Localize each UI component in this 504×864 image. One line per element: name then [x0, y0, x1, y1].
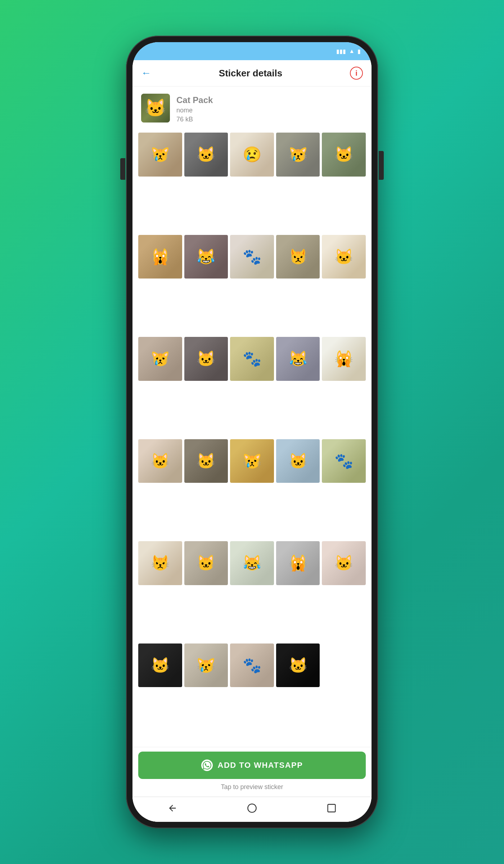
signal-icon: ▮▮▮	[336, 48, 346, 55]
battery-icon: ▮	[357, 48, 361, 55]
pack-icon	[141, 94, 170, 123]
sticker-item[interactable]: 🐱	[276, 643, 320, 687]
pack-header: Cat Pack nome 76 kB	[132, 86, 372, 129]
svg-point-0	[248, 804, 256, 812]
sticker-item[interactable]: 🐱	[322, 133, 366, 177]
phone-frame: ▮▮▮ ▲ ▮ ← Sticker details i Cat Pack nom…	[126, 36, 378, 828]
nav-home-button[interactable]	[243, 799, 261, 817]
sticker-item[interactable]: 😿	[138, 133, 182, 177]
sticker-item[interactable]: 😿	[184, 643, 228, 687]
whatsapp-icon	[201, 760, 213, 771]
sticker-item[interactable]: 🐾	[230, 337, 274, 381]
sticker-item[interactable]: 🐾	[230, 643, 274, 687]
sticker-item[interactable]: 🐾	[230, 235, 274, 279]
status-bar: ▮▮▮ ▲ ▮	[132, 42, 372, 60]
sticker-item[interactable]: 🐱	[184, 337, 228, 381]
power-button	[379, 151, 384, 180]
status-icons: ▮▮▮ ▲ ▮	[336, 48, 361, 55]
sticker-item[interactable]: 🐱	[184, 541, 228, 585]
back-button[interactable]: ←	[141, 67, 151, 79]
bottom-section: ADD TO WHATSAPP Tap to preview sticker	[132, 747, 372, 797]
sticker-item[interactable]: 🐱	[138, 643, 182, 687]
pack-info: Cat Pack nome 76 kB	[176, 94, 213, 123]
sticker-item[interactable]: 😢	[230, 133, 274, 177]
top-bar: ← Sticker details i	[132, 60, 372, 86]
add-button-label: ADD TO WHATSAPP	[218, 761, 303, 770]
nav-recents-button[interactable]	[323, 799, 341, 817]
sticker-item[interactable]: 🙀	[138, 235, 182, 279]
sticker-item[interactable]: 😿	[230, 439, 274, 483]
sticker-item[interactable]: 🐱	[276, 439, 320, 483]
phone-screen: ▮▮▮ ▲ ▮ ← Sticker details i Cat Pack nom…	[132, 42, 372, 822]
preview-hint: Tap to preview sticker	[138, 783, 366, 791]
sticker-item[interactable]: 😾	[138, 541, 182, 585]
sticker-item[interactable]: 😿	[276, 133, 320, 177]
nav-bar	[132, 797, 372, 822]
nav-back-button[interactable]	[163, 799, 181, 817]
sticker-item[interactable]: 😾	[276, 235, 320, 279]
pack-name: Cat Pack	[176, 95, 213, 105]
sticker-item[interactable]: 😹	[276, 337, 320, 381]
sticker-item[interactable]: 🐱	[184, 439, 228, 483]
sticker-item[interactable]: 😹	[230, 541, 274, 585]
volume-button	[120, 158, 125, 180]
sticker-item[interactable]: 🙀	[276, 541, 320, 585]
pack-size: 76 kB	[176, 116, 213, 123]
add-to-whatsapp-button[interactable]: ADD TO WHATSAPP	[138, 752, 366, 779]
app-content: ← Sticker details i Cat Pack nome 76 kB …	[132, 60, 372, 822]
sticker-item[interactable]: 😿	[138, 337, 182, 381]
sticker-item[interactable]: 🙀	[322, 337, 366, 381]
pack-thumbnail	[141, 94, 170, 123]
sticker-item[interactable]: 😹	[184, 235, 228, 279]
sticker-item[interactable]: 🐱	[322, 541, 366, 585]
page-title: Sticker details	[219, 68, 282, 79]
sticker-item[interactable]: 🐱	[184, 133, 228, 177]
info-button[interactable]: i	[350, 67, 363, 80]
sticker-item[interactable]: 🐾	[322, 439, 366, 483]
sticker-item[interactable]: 🐱	[322, 235, 366, 279]
sticker-item[interactable]: 🐱	[138, 439, 182, 483]
pack-author: nome	[176, 107, 213, 114]
sticker-grid: 😿 🐱 😢 😿 🐱 🙀 😹 🐾 😾 🐱 😿 🐱 🐾 😹 🙀 🐱 🐱 😿 🐱	[132, 129, 372, 747]
wifi-icon: ▲	[349, 48, 355, 54]
svg-rect-1	[328, 804, 336, 812]
